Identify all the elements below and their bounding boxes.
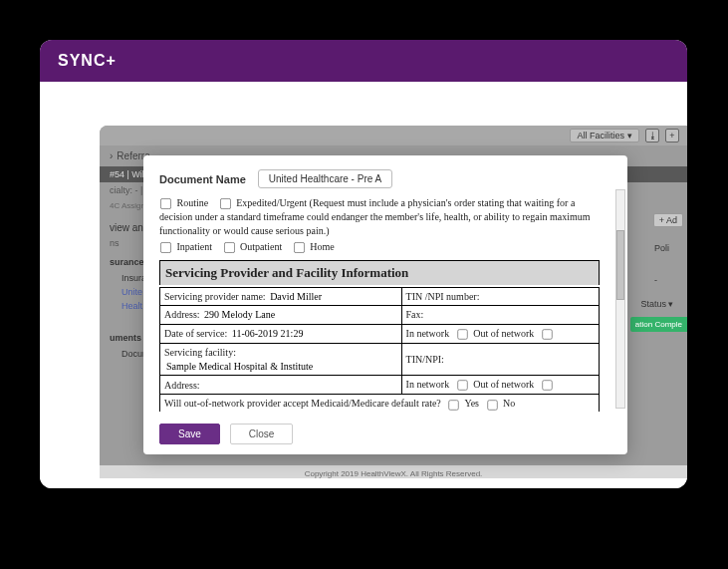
close-button[interactable]: Close [230, 424, 294, 444]
address2-label: Address: [164, 380, 200, 391]
content-stage: All Facilities ▾ ⭳ + › Referra #54 | Wil… [40, 96, 687, 488]
chevron-right-icon: › [110, 150, 113, 161]
dos-input[interactable] [230, 328, 350, 339]
sub-header [40, 82, 687, 96]
out-network-checkbox-2[interactable] [542, 381, 552, 391]
dos-label: Date of service: [164, 328, 227, 339]
save-button[interactable]: Save [159, 424, 220, 444]
outpatient-label: Outpatient [240, 241, 282, 252]
servicing-section-header: Servicing Provider and Facility Informat… [159, 260, 600, 285]
oon-yes-checkbox[interactable] [449, 400, 459, 410]
chevron-down-icon: ▾ [627, 131, 632, 141]
tin-npi-input[interactable] [482, 291, 542, 302]
routine-checkbox[interactable] [160, 198, 171, 209]
expedited-checkbox[interactable] [220, 198, 231, 209]
in-network-checkbox-1[interactable] [457, 329, 467, 339]
routine-label: Routine [177, 197, 209, 208]
plus-icon[interactable]: + [665, 129, 679, 142]
in-network-checkbox-2[interactable] [457, 381, 467, 391]
inpatient-checkbox[interactable] [160, 242, 171, 253]
footer-copyright: Copyright 2019 HealthViewX. All Rights R… [100, 465, 687, 478]
in-network-label-1: In network [406, 328, 450, 339]
oon-no-label: No [503, 398, 515, 409]
outpatient-checkbox[interactable] [224, 242, 235, 253]
address-input[interactable] [202, 309, 322, 320]
status-badge: ation Comple [630, 317, 687, 332]
out-network-checkbox-1[interactable] [542, 329, 552, 339]
home-label: Home [310, 241, 334, 252]
oon-no-checkbox[interactable] [487, 400, 497, 410]
inpatient-label: Inpatient [177, 241, 213, 252]
tin-npi-label: TIN /NPI number: [406, 291, 480, 302]
brand-logo: SYNC+ [58, 52, 117, 70]
sort-icon[interactable]: ▾ [668, 299, 673, 309]
provider-name-input[interactable] [268, 291, 387, 302]
fax-label: Fax: [406, 309, 424, 320]
form-scroll-area: Routine Expedited/Urgent (Request must i… [159, 196, 611, 412]
app-window: SYNC+ All Facilities ▾ ⭳ + › Referra #54… [40, 40, 687, 488]
document-chip[interactable]: United Healthcare - Pre A [258, 169, 392, 188]
setting-row: Inpatient Outpatient Home [159, 240, 600, 254]
address-label: Address: [164, 309, 200, 320]
facilities-dropdown[interactable]: All Facilities ▾ [570, 129, 639, 142]
facility-input[interactable] [164, 361, 344, 372]
dash-cell: - [654, 275, 657, 285]
facilities-label: All Facilities [577, 131, 624, 141]
status-th: Status ▾ [640, 299, 673, 309]
oon-question-label: Will out-of-network provider accept Medi… [164, 398, 441, 409]
form-content: Routine Expedited/Urgent (Request must i… [159, 196, 600, 412]
facility-label: Servicing facility: [164, 347, 236, 358]
out-network-label-1: Out of network [473, 328, 534, 339]
address2-input[interactable] [202, 380, 322, 391]
modal-header: Document Name United Healthcare - Pre A [159, 169, 611, 188]
modal-buttons: Save Close [159, 424, 611, 444]
oon-yes-label: Yes [464, 398, 479, 409]
tin-npi2-label: TIN/NPI: [406, 354, 444, 365]
backdrop-topbar: All Facilities ▾ ⭳ + [100, 126, 687, 145]
out-network-label-2: Out of network [473, 379, 534, 390]
app-header: SYNC+ [40, 40, 687, 82]
fax-input[interactable] [426, 309, 516, 320]
vertical-scrollbar[interactable] [615, 189, 625, 409]
in-network-label-2: In network [406, 379, 450, 390]
priority-row: Routine Expedited/Urgent (Request must i… [159, 196, 600, 237]
add-button[interactable]: + Ad [653, 213, 683, 227]
provider-name-label: Servicing provider name: [164, 291, 266, 302]
poli-th: Poli [654, 243, 669, 253]
download-icon[interactable]: ⭳ [645, 129, 659, 142]
document-name-label: Document Name [159, 173, 246, 185]
tin-npi2-input[interactable] [446, 354, 536, 365]
servicing-table: Servicing provider name: TIN /NPI number… [159, 287, 600, 412]
home-checkbox[interactable] [294, 242, 305, 253]
document-modal: Document Name United Healthcare - Pre A … [143, 155, 627, 454]
scrollbar-thumb[interactable] [616, 230, 624, 300]
